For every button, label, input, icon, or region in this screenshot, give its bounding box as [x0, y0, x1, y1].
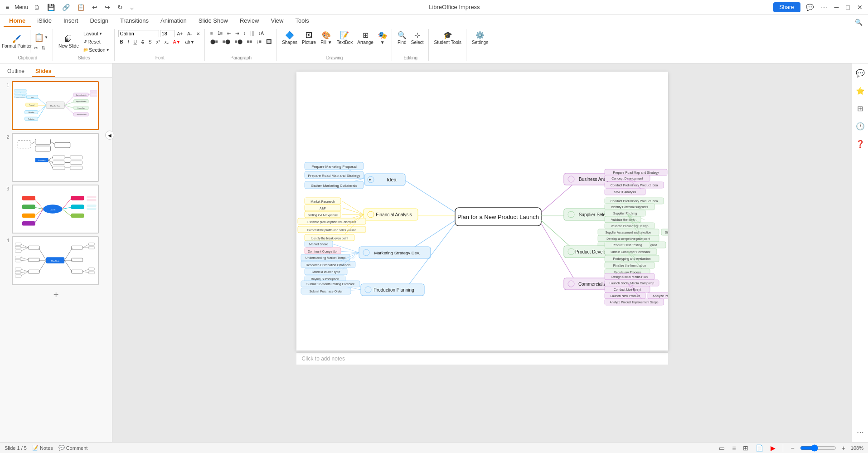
- tab-slides[interactable]: Slides: [32, 66, 55, 77]
- bullets-button[interactable]: ≡: [209, 30, 215, 37]
- paste-button[interactable]: 📋▼: [32, 32, 50, 44]
- cut-button[interactable]: ✂: [32, 44, 39, 51]
- sidebar-collapse-button[interactable]: ◀: [105, 131, 114, 140]
- picture-button[interactable]: 🖼 Picture: [300, 30, 318, 46]
- tab-home[interactable]: Home: [4, 15, 31, 27]
- notes-button[interactable]: 📝 Notes: [32, 445, 53, 451]
- slide-preview-1[interactable]: Plan for New Idea Prepare Proposal Road …: [12, 81, 99, 130]
- undo-button[interactable]: ↩: [90, 3, 99, 12]
- smartart-button[interactable]: 🔲: [264, 38, 273, 45]
- italic-button[interactable]: I: [126, 39, 131, 45]
- decrease-indent-button[interactable]: ⇤: [225, 30, 233, 37]
- tab-review[interactable]: Review: [234, 15, 265, 27]
- view-notes-button[interactable]: 📄: [754, 443, 765, 453]
- tab-insert[interactable]: Insert: [58, 15, 84, 27]
- comments-button[interactable]: 💬: [804, 3, 815, 12]
- layout-button[interactable]: Layout ▼: [82, 30, 112, 37]
- maximize-button[interactable]: □: [844, 3, 852, 12]
- view-normal-button[interactable]: ▭: [717, 443, 727, 453]
- slide-canvas[interactable]: Plan for a New Product Launch ● Idea Pre…: [296, 72, 668, 351]
- right-panel-star-button[interactable]: ⭐: [854, 85, 867, 97]
- align-right-button[interactable]: ≡⬤: [233, 38, 244, 45]
- clear-format-button[interactable]: ✕: [194, 30, 202, 37]
- find-button[interactable]: 🔍 Find: [396, 30, 408, 46]
- new-file-button[interactable]: 🗎: [32, 3, 42, 12]
- arrange-button[interactable]: ⊞ Arrange: [355, 30, 375, 46]
- tab-slideshow[interactable]: Slide Show: [193, 15, 233, 27]
- slide-preview-4[interactable]: Main Node: [12, 236, 99, 285]
- comment-button[interactable]: 💬 Comment: [58, 445, 88, 451]
- link-button[interactable]: 🔗: [60, 3, 72, 12]
- tab-design[interactable]: Design: [84, 15, 113, 27]
- search-button[interactable]: 🔍: [853, 18, 864, 27]
- new-slide-button[interactable]: 🗐 New Slide: [57, 34, 81, 49]
- slide-thumb-4[interactable]: 4 Main Node: [3, 236, 109, 285]
- reset-button[interactable]: ↺ Reset: [82, 38, 112, 45]
- right-panel-history-button[interactable]: 🕐: [854, 120, 867, 132]
- undo-arrow-button[interactable]: ↪: [103, 3, 112, 12]
- right-panel-help-button[interactable]: ❓: [854, 138, 867, 150]
- tab-transitions[interactable]: Transitions: [115, 15, 154, 27]
- redo-arrow-button[interactable]: ⌵: [128, 3, 136, 12]
- shapes-button[interactable]: 🔷 Shapes: [280, 30, 299, 46]
- numbering-button[interactable]: 1≡: [216, 30, 224, 37]
- strikethrough-button[interactable]: S̶: [140, 39, 146, 45]
- section-button[interactable]: 📂 Section ▼: [82, 46, 112, 54]
- slide-thumb-2[interactable]: 2 Summary: [3, 133, 109, 182]
- align-center-button[interactable]: ≡⬤: [221, 38, 232, 45]
- view-sorter-button[interactable]: ⊞: [741, 443, 750, 453]
- fill-color-button[interactable]: 🎨 Fill ▼: [319, 30, 334, 46]
- more-button[interactable]: ⋯: [819, 3, 829, 12]
- font-color-button[interactable]: A▼: [171, 39, 183, 45]
- settings-button[interactable]: ⚙️ Settings: [470, 30, 490, 46]
- slide-preview-2[interactable]: Summary: [12, 133, 99, 182]
- clipboard-button[interactable]: 📋: [75, 3, 87, 12]
- font-size-input[interactable]: [160, 30, 175, 37]
- menu-button[interactable]: ≡: [4, 3, 11, 12]
- slide-thumb-3[interactable]: 3 Launch: [3, 185, 109, 234]
- share-button[interactable]: Share: [773, 2, 800, 12]
- font-name-input[interactable]: [118, 30, 159, 37]
- justify-button[interactable]: ≡≡: [245, 38, 254, 45]
- zoom-in-button[interactable]: +: [840, 443, 847, 453]
- tab-view[interactable]: View: [266, 15, 289, 27]
- shadow-button[interactable]: S: [147, 39, 154, 45]
- bold-button[interactable]: B: [118, 39, 125, 45]
- tab-animation[interactable]: Animation: [155, 15, 192, 27]
- increase-font-button[interactable]: A+: [175, 30, 185, 37]
- textbox-button[interactable]: 📝 TextBox: [335, 30, 355, 46]
- text-dir-button[interactable]: ↕A: [257, 30, 266, 37]
- save-button[interactable]: 💾: [45, 3, 57, 12]
- add-slide-button[interactable]: +: [53, 290, 59, 300]
- redo-button[interactable]: ↻: [116, 3, 125, 12]
- tab-islide[interactable]: iSlide: [32, 15, 57, 27]
- right-panel-expand-button[interactable]: ⋯: [855, 426, 866, 438]
- tab-tools[interactable]: Tools: [290, 15, 314, 27]
- close-button[interactable]: ✕: [855, 3, 864, 12]
- increase-indent-button[interactable]: ⇥: [233, 30, 241, 37]
- decrease-font-button[interactable]: A-: [185, 30, 194, 37]
- right-panel-layout-button[interactable]: ⊞: [855, 102, 865, 115]
- format-painter-button[interactable]: 🖌️ Format Painter: [5, 34, 28, 49]
- slide-thumb-1[interactable]: 1 Plan for New Idea: [3, 81, 109, 130]
- minimize-button[interactable]: ─: [833, 3, 841, 12]
- copy-button[interactable]: ⎘: [40, 44, 47, 51]
- view-outline-button[interactable]: ≡: [730, 443, 737, 453]
- notes-placeholder[interactable]: Click to add notes: [296, 352, 668, 365]
- right-panel-comments-button[interactable]: 💬: [854, 67, 867, 79]
- highlight-button[interactable]: ab▼: [183, 39, 196, 45]
- subscript-button[interactable]: x₂: [163, 39, 170, 45]
- slide-preview-3[interactable]: Launch: [12, 185, 99, 234]
- zoom-out-button[interactable]: −: [789, 443, 796, 453]
- columns-button[interactable]: |||: [248, 30, 256, 37]
- line-spacing-button[interactable]: ↕: [242, 30, 247, 37]
- underline-button[interactable]: U: [132, 39, 139, 45]
- valign-button[interactable]: ↨≡: [255, 38, 263, 45]
- zoom-slider[interactable]: [800, 444, 836, 452]
- superscript-button[interactable]: x²: [155, 39, 162, 45]
- tab-outline[interactable]: Outline: [4, 66, 28, 77]
- student-tools-button[interactable]: 🎓 Student Tools: [432, 30, 463, 46]
- view-presentation-button[interactable]: ▶: [769, 443, 777, 453]
- select-button[interactable]: ⊹ Select: [409, 30, 426, 46]
- align-left-button[interactable]: ⬤≡: [209, 38, 220, 45]
